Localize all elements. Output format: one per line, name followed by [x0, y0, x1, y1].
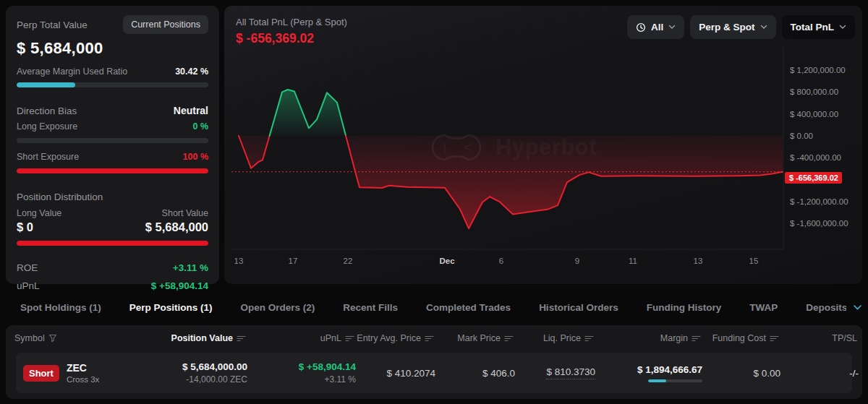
y-axis-tick: $ 800,000.00 [790, 87, 838, 96]
column-header-upnl[interactable]: uPnL [246, 333, 354, 343]
mark-price-cell: $ 406.0 [435, 368, 515, 379]
column-header-funding-cost[interactable]: Funding Cost [701, 333, 779, 343]
funding-cost-cell: $ 0.00 [702, 368, 780, 379]
tab-twap[interactable]: TWAP [749, 302, 778, 313]
y-axis-tick: $ -1,600,000.00 [790, 219, 848, 228]
current-pnl-axis-badge: $ -656,369.02 [785, 172, 842, 184]
margin-cell: $ 1,894,666.67 [595, 364, 702, 382]
pnl-area-chart[interactable]: $ 1,200,000.00$ 800,000.00$ 400,000.00$ … [224, 6, 862, 284]
column-header-liq-price[interactable]: Liq. Price [514, 333, 594, 343]
margin-ratio-value: 30.42 % [175, 66, 208, 77]
table-header-row: SymbolPosition ValueuPnLEntry Avg. Price… [14, 325, 854, 351]
filter-icon [48, 334, 57, 343]
long-exposure-label: Long Exposure [17, 121, 77, 132]
y-axis-tick: $ 0.00 [790, 132, 813, 140]
y-axis-tick: $ -400,000.00 [790, 153, 841, 162]
margin-ratio-label: Average Margin Used Ratio [17, 66, 127, 77]
upnl-value: $ +58,904.14 [151, 280, 208, 291]
tab-completed-trades[interactable]: Completed Trades [426, 302, 511, 313]
perp-total-value-label: Perp Total Value [17, 20, 88, 30]
column-header-mark-price[interactable]: Mark Price [434, 333, 514, 343]
margin-ratio-bar [17, 82, 208, 87]
long-value: $ 0 [17, 220, 33, 234]
roe-label: ROE [17, 262, 38, 273]
tpsl-cell: -/- [780, 368, 859, 379]
column-header-margin[interactable]: Margin [594, 333, 701, 343]
bottom-tabs: Spot Holdings (1)Perp Positions (1)Open … [20, 296, 862, 318]
tab-recent-fills[interactable]: Recent Fills [343, 302, 398, 313]
roe-value: +3.11 % [173, 262, 208, 273]
trading-dashboard: Perp Total Value Current Positions $ 5,6… [0, 0, 868, 404]
direction-bias-value: Neutral [174, 105, 208, 116]
x-axis-tick: 11 [629, 257, 637, 265]
sort-icon [770, 335, 779, 342]
sort-icon [504, 335, 514, 342]
tab-perp-positions[interactable]: Perp Positions (1) [129, 302, 213, 313]
leverage-label: Cross 3x [67, 375, 99, 384]
column-header-entry-price[interactable]: Entry Avg. Price [354, 333, 434, 343]
long-exposure-bar [17, 138, 208, 143]
upnl-label: uPnL [17, 280, 40, 291]
tab-deposits-withdrawals[interactable]: Deposits & Withdraw [806, 302, 846, 313]
long-exposure-value: 0 % [192, 121, 208, 132]
pnl-chart-panel: All Total PnL (Perp & Spot) $ -656,369.0… [224, 6, 862, 284]
y-axis-tick: $ 400,000.00 [790, 110, 838, 119]
position-value-cell: $ 5,684,000.00 -14,000.00 ZEC [117, 361, 247, 384]
short-value: $ 5,684,000 [145, 220, 208, 234]
long-value-label: Long Value [17, 208, 61, 218]
liq-price-cell[interactable]: $ 810.3730 [515, 366, 595, 379]
side-badge: Short [23, 365, 59, 382]
column-header-symbol[interactable]: Symbol [14, 333, 116, 343]
portfolio-summary-panel: Perp Total Value Current Positions $ 5,6… [6, 6, 219, 284]
upnl-cell: $ +58,904.14 +3.11 % [247, 361, 356, 384]
entry-price-cell: $ 410.2074 [356, 368, 435, 379]
tab-open-orders[interactable]: Open Orders (2) [241, 302, 315, 313]
position-distribution-label: Position Distribution [17, 192, 103, 202]
tabs-overflow-chevron-down-icon[interactable] [853, 304, 862, 311]
column-header-position-value[interactable]: Position Value [116, 333, 246, 343]
short-exposure-bar [17, 168, 208, 173]
short-exposure-label: Short Exposure [17, 152, 79, 162]
direction-bias-label: Direction Bias [17, 106, 77, 116]
distribution-bar [17, 241, 208, 246]
tab-historical-orders[interactable]: Historical Orders [539, 302, 618, 313]
x-axis-tick: 6 [499, 257, 503, 265]
current-positions-button[interactable]: Current Positions [123, 15, 208, 34]
x-axis-tick: 22 [344, 257, 353, 265]
short-exposure-value: 100 % [183, 152, 208, 162]
sort-icon [692, 335, 701, 342]
sort-icon [237, 335, 246, 342]
x-axis-tick: 9 [575, 257, 579, 265]
position-row-zec[interactable]: Short ZEC Cross 3x $ 5,684,000.00 -14,00… [16, 353, 852, 393]
symbol-name: ZEC [67, 362, 99, 374]
x-axis-tick: Dec [439, 257, 455, 265]
y-axis-tick: $ -1,200,000.00 [790, 197, 848, 206]
tab-funding-history[interactable]: Funding History [647, 302, 722, 313]
sort-icon [425, 335, 434, 342]
symbol-cell: Short ZEC Cross 3x [16, 362, 117, 384]
x-axis-tick: 17 [289, 257, 298, 265]
x-axis-tick: 15 [749, 257, 759, 265]
tab-spot-holdings[interactable]: Spot Holdings (1) [20, 302, 101, 313]
positions-table: SymbolPosition ValueuPnLEntry Avg. Price… [6, 325, 862, 399]
sort-icon [345, 335, 354, 342]
short-value-label: Short Value [162, 208, 208, 218]
column-header-tpsl: TP/SL [779, 333, 857, 343]
x-axis-tick: 13 [694, 257, 703, 265]
sort-icon [584, 335, 594, 342]
x-axis-tick: 13 [234, 257, 244, 265]
perp-total-value: $ 5,684,000 [17, 39, 208, 58]
margin-used-bar [648, 379, 702, 382]
y-axis-tick: $ 1,200,000.00 [790, 66, 846, 74]
